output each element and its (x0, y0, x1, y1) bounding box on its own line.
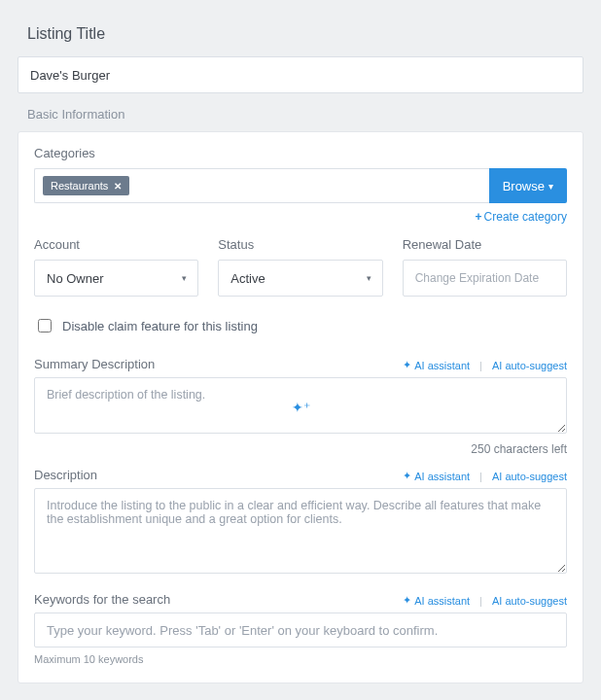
account-field: Account ▾ (34, 237, 198, 297)
categories-label: Categories (34, 146, 567, 160)
keywords-hint: Maximum 10 keywords (34, 653, 567, 665)
status-select[interactable] (218, 260, 382, 297)
listing-title-input[interactable] (18, 56, 583, 93)
categories-box[interactable]: Restaurants ✕ (34, 168, 489, 203)
ai-auto-suggest-link[interactable]: AI auto-suggest (492, 595, 567, 607)
ai-assistant-link[interactable]: ✦AI assistant (403, 359, 470, 371)
summary-textarea[interactable] (34, 377, 567, 434)
renewal-label: Renewal Date (403, 237, 567, 252)
ai-auto-suggest-link[interactable]: AI auto-suggest (492, 471, 567, 482)
summary-label: Summary Description (34, 357, 155, 371)
account-label: Account (34, 237, 198, 252)
separator: | (479, 595, 482, 607)
renewal-placeholder: Change Expiration Date (415, 271, 539, 285)
create-category-link[interactable]: +Create category (476, 210, 567, 224)
description-block: Description ✦AI assistant | AI auto-sugg… (34, 468, 567, 577)
listing-title-label: Listing Title (27, 25, 574, 43)
sparkle-icon: ✦ (403, 594, 411, 607)
renewal-field: Renewal Date Change Expiration Date (403, 237, 567, 297)
remove-tag-icon[interactable]: ✕ (114, 181, 122, 192)
account-select[interactable] (34, 260, 198, 297)
browse-button[interactable]: Browse ▾ (489, 168, 567, 203)
disable-claim-checkbox[interactable] (38, 319, 52, 332)
description-textarea[interactable] (34, 488, 567, 574)
ai-auto-suggest-link[interactable]: AI auto-suggest (492, 360, 567, 371)
separator: | (479, 360, 482, 371)
category-tag-label: Restaurants (51, 180, 108, 192)
renewal-date-input[interactable]: Change Expiration Date (403, 260, 567, 297)
categories-field: Categories Restaurants ✕ Browse ▾ +Creat… (34, 146, 567, 224)
description-label: Description (34, 468, 97, 482)
keywords-label: Keywords for the search (34, 592, 170, 607)
listing-title-section: Listing Title (18, 25, 583, 93)
plus-icon: + (476, 210, 482, 224)
sparkle-icon: ✦ (403, 359, 411, 371)
basic-info-heading: Basic Information (27, 107, 574, 122)
keywords-block: Keywords for the search ✦AI assistant | … (34, 592, 567, 665)
keywords-ai-links: ✦AI assistant | AI auto-suggest (403, 594, 567, 607)
status-field: Status ▾ (218, 237, 382, 297)
browse-button-label: Browse (503, 179, 545, 193)
ai-assistant-link[interactable]: ✦AI assistant (403, 594, 470, 607)
summary-ai-links: ✦AI assistant | AI auto-suggest (403, 359, 567, 371)
category-tag: Restaurants ✕ (43, 176, 129, 195)
summary-block: Summary Description ✦AI assistant | AI a… (34, 357, 567, 456)
basic-info-panel: Categories Restaurants ✕ Browse ▾ +Creat… (18, 131, 583, 683)
description-ai-links: ✦AI assistant | AI auto-suggest (403, 470, 567, 482)
disable-claim-label: Disable claim feature for this listing (62, 319, 258, 333)
sparkle-icon: ✦ (403, 470, 411, 482)
summary-char-counter: 250 characters left (34, 442, 567, 456)
chevron-down-icon: ▾ (548, 181, 553, 192)
ai-assistant-link[interactable]: ✦AI assistant (403, 470, 470, 482)
keywords-input[interactable] (34, 612, 567, 648)
status-label: Status (218, 237, 382, 252)
separator: | (479, 471, 482, 482)
disable-claim-row: Disable claim feature for this listing (34, 316, 567, 335)
